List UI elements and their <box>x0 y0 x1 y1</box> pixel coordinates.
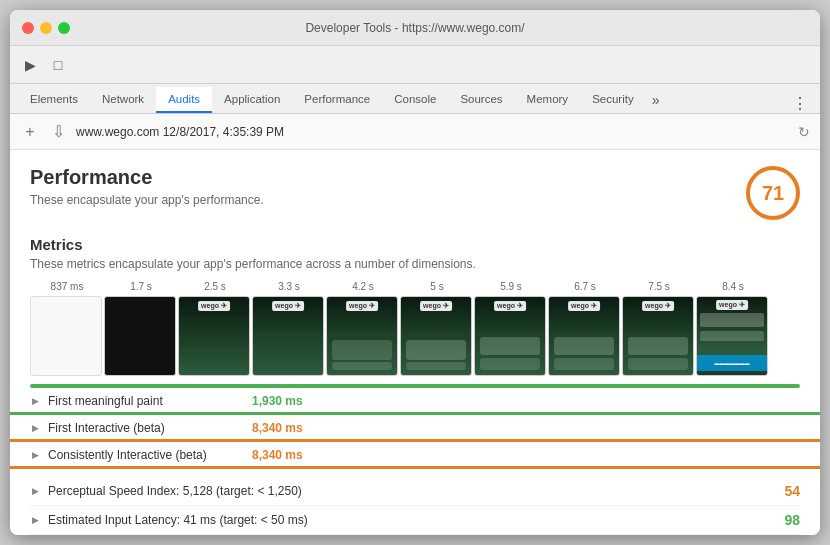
metric-value-fi: 8,340 ms <box>252 421 303 435</box>
addressbar: + ⇩ www.wego.com 12/8/2017, 4:35:39 PM ↻ <box>10 114 820 150</box>
frame-2: wego ✈ <box>178 296 250 376</box>
metric-name-fi: First Interactive (beta) <box>48 421 248 435</box>
tl-label-6: 5.9 s <box>474 281 548 292</box>
metric-row-fi: ▶ First Interactive (beta) 8,340 ms <box>30 415 800 439</box>
frame-8: wego ✈ <box>622 296 694 376</box>
toolbar: ▶ □ <box>10 46 820 84</box>
tl-label-7: 6.7 s <box>548 281 622 292</box>
url-display: www.wego.com 12/8/2017, 4:35:39 PM <box>76 125 790 139</box>
devtools-window: Developer Tools - https://www.wego.com/ … <box>10 10 820 535</box>
minimize-button[interactable] <box>40 22 52 34</box>
tab-audits[interactable]: Audits <box>156 87 212 113</box>
performance-score-circle: 71 <box>746 166 800 220</box>
toolbar-icons: ▶ □ <box>18 53 70 77</box>
tab-elements[interactable]: Elements <box>18 87 90 113</box>
window-title: Developer Tools - https://www.wego.com/ <box>305 21 524 35</box>
metric-score-psi: 54 <box>784 483 800 499</box>
cursor-tool-button[interactable]: ▶ <box>18 53 42 77</box>
metric-expand-psi[interactable]: ▶ <box>30 486 40 496</box>
performance-header: Performance These encapsulate your app's… <box>30 166 800 220</box>
metrics-title: Metrics <box>30 236 800 253</box>
metric-value-fmp: 1,930 ms <box>252 394 303 408</box>
traffic-lights <box>22 22 70 34</box>
frame-4: wego ✈ <box>326 296 398 376</box>
frame-9: wego ✈ ▬▬▬▬▬▬▬ <box>696 296 768 376</box>
metric-expand-fi[interactable]: ▶ <box>30 423 40 433</box>
inspect-button[interactable]: □ <box>46 53 70 77</box>
performance-title: Performance <box>30 166 264 189</box>
tab-network[interactable]: Network <box>90 87 156 113</box>
ci-bar <box>10 466 820 469</box>
tl-label-0: 837 ms <box>30 281 104 292</box>
metrics-list: ▶ First meaningful paint 1,930 ms ▶ Firs… <box>30 388 800 535</box>
tl-label-2: 2.5 s <box>178 281 252 292</box>
tab-console[interactable]: Console <box>382 87 448 113</box>
devtools-menu-button[interactable]: ⋮ <box>788 94 812 113</box>
metric-expand-eil[interactable]: ▶ <box>30 515 40 525</box>
frame-6: wego ✈ <box>474 296 546 376</box>
timeline-frames: wego ✈ wego ✈ wego ✈ wego ✈ <box>30 296 800 376</box>
tab-sources[interactable]: Sources <box>448 87 514 113</box>
tl-label-1: 1.7 s <box>104 281 178 292</box>
metric-name-ci: Consistently Interactive (beta) <box>48 448 248 462</box>
metric-row-eil: ▶ Estimated Input Latency: 41 ms (target… <box>30 506 800 535</box>
metric-name-fmp: First meaningful paint <box>48 394 248 408</box>
metric-expand-fmp[interactable]: ▶ <box>30 396 40 406</box>
maximize-button[interactable] <box>58 22 70 34</box>
metric-name-psi: Perceptual Speed Index: 5,128 (target: <… <box>48 484 302 498</box>
frame-5: wego ✈ <box>400 296 472 376</box>
frame-0 <box>30 296 102 376</box>
metric-value-ci: 8,340 ms <box>252 448 303 462</box>
metric-expand-ci[interactable]: ▶ <box>30 450 40 460</box>
tabs-bar: Elements Network Audits Application Perf… <box>10 84 820 114</box>
metric-name-eil: Estimated Input Latency: 41 ms (target: … <box>48 513 308 527</box>
metrics-subtitle: These metrics encapsulate your app's per… <box>30 257 800 271</box>
performance-subtitle: These encapsulate your app's performance… <box>30 193 264 207</box>
timeline-labels: 837 ms 1.7 s 2.5 s 3.3 s 4.2 s 5 s 5.9 s… <box>30 281 800 292</box>
tl-label-5: 5 s <box>400 281 474 292</box>
add-panel-button[interactable]: + <box>20 123 40 141</box>
titlebar: Developer Tools - https://www.wego.com/ <box>10 10 820 46</box>
frame-3: wego ✈ <box>252 296 324 376</box>
metric-row-psi: ▶ Perceptual Speed Index: 5,128 (target:… <box>30 477 800 506</box>
tl-label-3: 3.3 s <box>252 281 326 292</box>
metric-row-fmp: ▶ First meaningful paint 1,930 ms <box>30 388 800 412</box>
tab-performance[interactable]: Performance <box>292 87 382 113</box>
close-button[interactable] <box>22 22 34 34</box>
performance-title-block: Performance These encapsulate your app's… <box>30 166 264 207</box>
download-button[interactable]: ⇩ <box>48 122 68 141</box>
tabs-overflow-button[interactable]: » <box>646 87 666 113</box>
reload-icon[interactable]: ↻ <box>798 124 810 140</box>
frame-1 <box>104 296 176 376</box>
metrics-section: Metrics These metrics encapsulate your a… <box>30 236 800 535</box>
tab-security[interactable]: Security <box>580 87 646 113</box>
tl-label-4: 4.2 s <box>326 281 400 292</box>
tab-application[interactable]: Application <box>212 87 292 113</box>
metric-row-ci: ▶ Consistently Interactive (beta) 8,340 … <box>30 442 800 466</box>
frame-7: wego ✈ <box>548 296 620 376</box>
tab-memory[interactable]: Memory <box>515 87 581 113</box>
tl-label-9: 8.4 s <box>696 281 770 292</box>
tl-label-8: 7.5 s <box>622 281 696 292</box>
main-content: Performance These encapsulate your app's… <box>10 150 820 535</box>
metric-score-eil: 98 <box>784 512 800 528</box>
